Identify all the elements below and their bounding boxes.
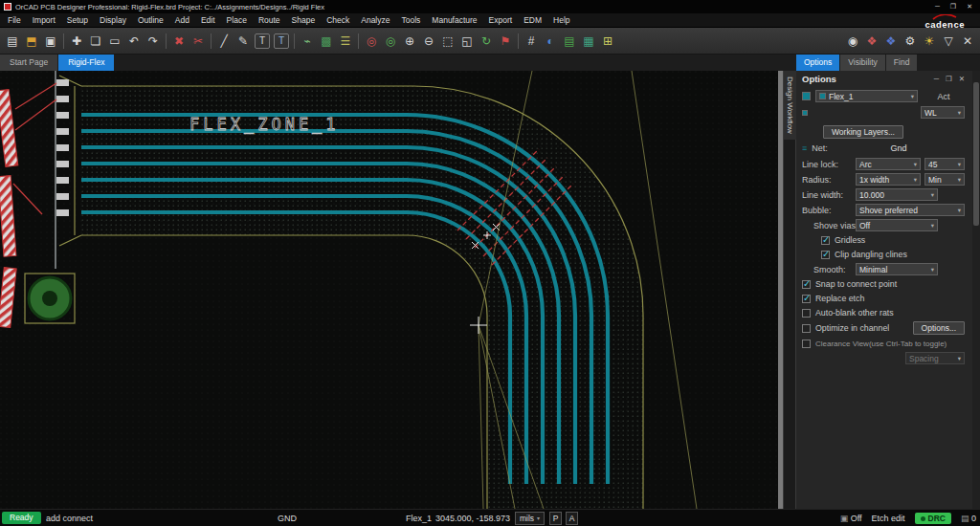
status-ready-badge: Ready <box>2 512 41 524</box>
menu-place[interactable]: Place <box>221 13 253 28</box>
clearance-view-checkbox[interactable] <box>802 340 811 348</box>
settings-gear-icon[interactable]: ⚙ <box>901 31 920 52</box>
line-lock-angle-combo[interactable]: 45▾ <box>924 158 965 170</box>
add-line-icon[interactable]: ╱ <box>214 31 234 52</box>
toggle-off[interactable]: ▣ Off <box>840 514 862 523</box>
text-edit-icon[interactable]: T <box>274 33 289 49</box>
canvas-scrollbar[interactable] <box>778 71 783 509</box>
world-view-icon[interactable]: ◐ <box>541 31 560 52</box>
optimize-checkbox[interactable] <box>802 324 811 333</box>
bubble-combo[interactable]: Shove preferred▾ <box>856 204 965 216</box>
zoom-selection-icon[interactable]: ◎ <box>381 31 400 52</box>
menu-help[interactable]: Help <box>547 13 575 28</box>
drc-status-badge[interactable]: DRC <box>915 513 951 524</box>
tab-find[interactable]: Find <box>886 55 918 71</box>
grid-toggle-icon[interactable]: # <box>522 31 541 52</box>
replace-etch-checkbox[interactable] <box>802 295 811 303</box>
line-width-input[interactable]: 10.000▾ <box>856 188 938 201</box>
move-icon[interactable]: ✚ <box>67 31 86 52</box>
radius-min-combo[interactable]: Min▾ <box>924 173 965 186</box>
menu-add[interactable]: Add <box>169 13 195 28</box>
redraw-icon[interactable]: ↻ <box>477 31 496 52</box>
units-dropdown[interactable]: mils ▾ <box>515 512 545 525</box>
copy-icon[interactable]: ❏ <box>86 31 105 52</box>
active-class-combo[interactable]: Flex_1 ▾ <box>815 90 918 102</box>
menu-edit[interactable]: Edit <box>195 13 221 28</box>
visibility-eye-icon[interactable]: ◉ <box>843 31 862 52</box>
filter-icon[interactable]: ▽ <box>939 31 958 52</box>
layers-icon[interactable]: ▤ <box>560 31 579 52</box>
tab-visibility[interactable]: Visibility <box>840 55 885 71</box>
zoom-points-icon[interactable]: ◎ <box>362 31 381 52</box>
route-connect-icon[interactable]: ⌁ <box>298 31 317 52</box>
pick-button[interactable]: P <box>549 512 562 525</box>
text-tool-icon[interactable]: T <box>255 33 270 49</box>
panel-minimize-icon[interactable]: ─ <box>934 75 939 83</box>
panel-scrollbar-thumb[interactable] <box>973 82 979 226</box>
panel-close-icon[interactable]: ✕ <box>959 75 965 83</box>
snap-checkbox[interactable] <box>802 280 811 289</box>
zoom-out-icon[interactable]: ⊖ <box>419 31 438 52</box>
menu-setup[interactable]: Setup <box>61 13 94 28</box>
tab-rigid-flex[interactable]: Rigid-Flex <box>58 55 114 71</box>
minimize-icon[interactable]: ─ <box>935 3 940 11</box>
line-lock-combo[interactable]: Arc▾ <box>856 158 921 170</box>
angle-button[interactable]: A <box>566 512 578 525</box>
shape-fill-icon[interactable]: ▩ <box>317 31 336 52</box>
add-text-icon[interactable]: ✎ <box>234 31 253 52</box>
gridless-checkbox[interactable] <box>821 236 830 245</box>
undo-icon[interactable]: ↶ <box>124 31 144 52</box>
zoom-fit-icon[interactable]: ⬚ <box>438 31 457 52</box>
close-icon[interactable]: ✕ <box>967 3 972 11</box>
zoom-previous-icon[interactable]: ◱ <box>457 31 477 52</box>
spreadsheet-icon[interactable]: ⊞ <box>598 31 617 52</box>
shove-vias-combo[interactable]: Off▾ <box>856 219 938 231</box>
design-workflow-tab[interactable]: Design Workflow <box>783 71 796 509</box>
wl-combo[interactable]: WL ▾ <box>921 106 965 119</box>
panel-float-icon[interactable]: ❐ <box>946 75 952 83</box>
shadow-mode-icon[interactable]: ☀ <box>920 31 939 52</box>
menu-analyze[interactable]: Analyze <box>355 13 395 28</box>
snap-row: Snap to connect point <box>802 278 965 290</box>
working-layers-button[interactable]: Working Layers... <box>823 125 903 139</box>
pcb-canvas[interactable]: FLEX_ZONE_1 <box>0 71 783 509</box>
menu-manufacture[interactable]: Manufacture <box>426 13 482 28</box>
clip-dangling-checkbox[interactable] <box>821 251 830 259</box>
fix-tool-icon[interactable]: ✕ <box>958 31 977 52</box>
cross-section-icon[interactable]: ▦ <box>579 31 598 52</box>
status-coordinates: 3045.000, -158.973 <box>435 510 510 526</box>
menu-import[interactable]: Import <box>27 13 61 28</box>
menu-check[interactable]: Check <box>321 13 355 28</box>
delete-icon[interactable]: ▭ <box>105 31 124 52</box>
menu-route[interactable]: Route <box>253 13 286 28</box>
color-layer-icon[interactable]: ❖ <box>881 31 901 52</box>
open-drawing-icon[interactable]: ⬒ <box>22 31 41 52</box>
menu-file[interactable]: File <box>2 13 27 28</box>
tab-start-page[interactable]: Start Page <box>0 55 57 71</box>
tab-options[interactable]: Options <box>796 55 839 71</box>
redo-icon[interactable]: ↷ <box>144 31 163 52</box>
spacing-combo[interactable]: Spacing▾ <box>905 352 965 364</box>
menu-export[interactable]: Export <box>483 13 519 28</box>
color-dialog-icon[interactable]: ❖ <box>862 31 881 52</box>
auto-blank-checkbox[interactable] <box>802 309 811 318</box>
flag-icon[interactable]: ⚑ <box>496 31 515 52</box>
new-drawing-icon[interactable]: ▤ <box>3 31 22 52</box>
vertex-delete-icon[interactable]: ✖ <box>169 31 189 52</box>
radius-combo[interactable]: 1x width▾ <box>856 173 921 186</box>
options-button[interactable]: Options... <box>913 321 965 335</box>
panel-scrollbar[interactable] <box>972 71 980 509</box>
zoom-in-icon[interactable]: ⊕ <box>400 31 419 52</box>
menu-shape[interactable]: Shape <box>286 13 322 28</box>
radius-row: Radius: 1x width▾ Min▾ <box>802 173 965 186</box>
save-drawing-icon[interactable]: ▣ <box>41 31 60 52</box>
menu-edm[interactable]: EDM <box>518 13 547 28</box>
hatch-icon[interactable]: ☰ <box>336 31 355 52</box>
slice-icon[interactable]: ✂ <box>189 31 208 52</box>
menu-outline[interactable]: Outline <box>132 13 169 28</box>
options-panel: Options ─ ❐ ✕ Flex_1 ▾ Act <box>796 71 980 509</box>
smooth-combo[interactable]: Minimal▾ <box>856 263 938 275</box>
menu-display[interactable]: Display <box>94 13 132 28</box>
menu-tools[interactable]: Tools <box>396 13 427 28</box>
maximize-icon[interactable]: ❐ <box>950 3 956 11</box>
